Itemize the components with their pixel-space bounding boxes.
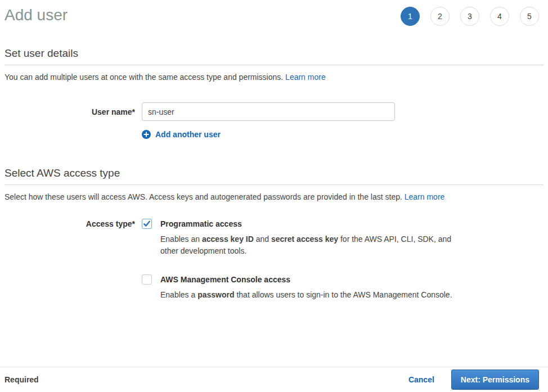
user-name-input[interactable] — [142, 102, 395, 121]
plus-circle-icon — [142, 130, 151, 139]
wizard-step-3: 3 — [460, 7, 479, 26]
cancel-button[interactable]: Cancel — [408, 375, 434, 384]
footer-actions: Cancel Next: Permissions — [408, 370, 539, 390]
desc-segment-bold: access key ID — [202, 235, 254, 244]
page-title: Add user — [5, 6, 68, 25]
section-access-type: Select AWS access type Select how these … — [5, 167, 543, 301]
section-heading-access-type: Select AWS access type — [5, 167, 543, 185]
add-another-user-row: Add another user — [5, 130, 543, 139]
user-name-label: User name* — [5, 106, 142, 118]
user-details-description-text: You can add multiple users at once with … — [5, 73, 283, 82]
user-name-row: User name* — [5, 102, 543, 121]
access-type-row: Access type* Programmatic access Enables… — [5, 218, 543, 301]
wizard-step-4: 4 — [490, 7, 509, 26]
learn-more-link-user-details[interactable]: Learn more — [285, 73, 326, 82]
learn-more-link-access-type[interactable]: Learn more — [405, 192, 445, 201]
access-type-label: Access type* — [5, 218, 142, 229]
access-type-description-text: Select how these users will access AWS. … — [5, 192, 402, 201]
wizard-step-1: 1 — [401, 7, 420, 26]
desc-segment-bold: secret access key — [271, 235, 338, 244]
add-another-user-link[interactable]: Add another user — [142, 130, 221, 139]
desc-segment: Enables a — [160, 290, 197, 299]
console-access-checkbox[interactable] — [142, 274, 152, 285]
next-permissions-button[interactable]: Next: Permissions — [451, 370, 539, 390]
section-description-access-type: Select how these users will access AWS. … — [5, 192, 543, 202]
wizard-step-2: 2 — [430, 7, 450, 26]
option-console-access: AWS Management Console access Enables a … — [142, 274, 456, 301]
desc-segment: that allows users to sign-in to the AWS … — [235, 290, 452, 299]
programmatic-access-checkbox[interactable] — [142, 219, 152, 229]
add-another-user-label: Add another user — [155, 130, 221, 139]
wizard-footer: Required Cancel Next: Permissions — [0, 367, 548, 392]
required-note: Required — [5, 375, 39, 384]
programmatic-access-title: Programmatic access — [160, 218, 456, 229]
section-heading-user-details: Set user details — [5, 47, 543, 65]
desc-segment: Enables an — [160, 235, 202, 244]
page-header: Add user 1 2 3 4 5 — [0, 0, 548, 26]
console-access-title: AWS Management Console access — [160, 274, 452, 285]
wizard-steps-indicator: 1 2 3 4 5 — [401, 7, 539, 26]
access-type-options: Programmatic access Enables an access ke… — [142, 218, 456, 301]
check-icon — [143, 220, 151, 228]
programmatic-access-description: Enables an access key ID and secret acce… — [160, 233, 456, 257]
section-description-user-details: You can add multiple users at once with … — [5, 72, 543, 83]
console-access-description: Enables a password that allows users to … — [160, 289, 452, 301]
option-programmatic-access: Programmatic access Enables an access ke… — [142, 218, 456, 257]
section-user-details: Set user details You can add multiple us… — [5, 47, 543, 139]
desc-segment-bold: password — [197, 290, 234, 299]
option-programmatic-text: Programmatic access Enables an access ke… — [160, 218, 456, 257]
wizard-step-5: 5 — [520, 7, 539, 26]
desc-segment: and — [254, 235, 271, 244]
option-console-text: AWS Management Console access Enables a … — [160, 274, 452, 301]
